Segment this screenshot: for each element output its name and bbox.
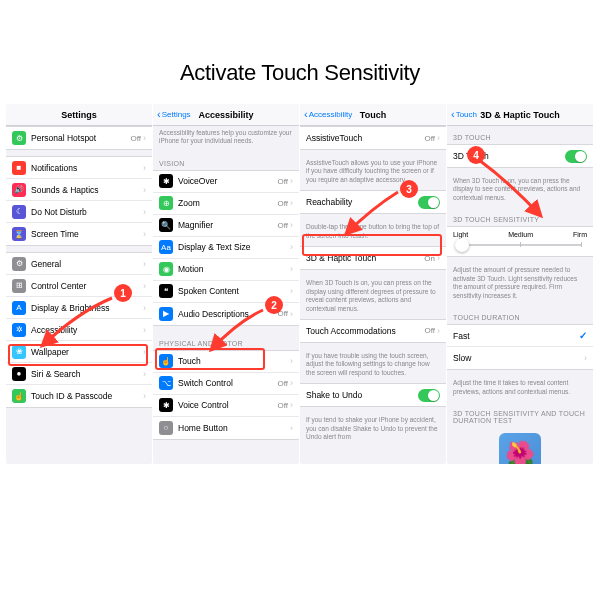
row-label: Screen Time (31, 229, 143, 239)
settings-row[interactable]: ✱Voice ControlOff› (153, 395, 299, 417)
row-label: Reachability (306, 197, 418, 207)
settings-row[interactable]: ■Notifications› (6, 157, 152, 179)
settings-row[interactable]: ⌛Screen Time› (6, 223, 152, 245)
footer: If you tend to shake your iPhone by acci… (300, 413, 446, 447)
chevron-right-icon: › (290, 220, 293, 230)
chevron-right-icon: › (437, 326, 440, 336)
nav-title: Settings (6, 110, 152, 120)
settings-row[interactable]: Shake to Undo (300, 384, 446, 406)
test-image[interactable]: 🌺 (499, 433, 541, 464)
settings-row[interactable]: Reachability (300, 191, 446, 213)
row-label: Touch (178, 356, 290, 366)
settings-row[interactable]: ⌥Switch ControlOff› (153, 373, 299, 395)
row-value: Off (277, 199, 288, 208)
chevron-right-icon: › (143, 259, 146, 269)
settings-row[interactable]: ⚙General› (6, 253, 152, 275)
settings-row[interactable]: 3D & Haptic TouchOn› (300, 247, 446, 269)
settings-row[interactable]: Touch AccommodationsOff› (300, 320, 446, 342)
chevron-right-icon: › (290, 286, 293, 296)
chevron-right-icon: › (143, 347, 146, 357)
row-icon: ⚙ (12, 131, 26, 145)
chevron-right-icon: › (290, 176, 293, 186)
chevron-right-icon: › (143, 133, 146, 143)
row-value: Off (277, 379, 288, 388)
row-label: Slow (453, 353, 584, 363)
back-button[interactable]: ‹Settings (157, 109, 191, 120)
back-button[interactable]: ‹Touch (451, 109, 477, 120)
row-label: Display & Brightness (31, 303, 143, 313)
footer: AssistiveTouch allows you to use your iP… (300, 156, 446, 190)
row-label: VoiceOver (178, 176, 277, 186)
chevron-right-icon: › (143, 229, 146, 239)
settings-row[interactable]: ⊕ZoomOff› (153, 193, 299, 215)
settings-row[interactable]: Fast✓ (447, 325, 593, 347)
footer: When 3D Touch is on, you can press on th… (300, 276, 446, 319)
step-2-badge: 2 (265, 296, 283, 314)
chevron-right-icon: › (584, 353, 587, 363)
screen-touch: ‹Accessibility Touch AssistiveTouchOff›A… (300, 104, 446, 464)
row-label: Fast (453, 331, 579, 341)
row-value: On (424, 254, 435, 263)
check-icon: ✓ (579, 330, 587, 341)
settings-row[interactable]: ❀Wallpaper› (6, 341, 152, 363)
chevron-left-icon: ‹ (304, 109, 308, 120)
row-label: Shake to Undo (306, 390, 418, 400)
sensitivity-slider[interactable] (459, 244, 581, 246)
row-label: Personal Hotspot (31, 133, 130, 143)
row-icon: ✲ (12, 323, 26, 337)
settings-row[interactable]: ☝Touch› (153, 351, 299, 373)
chevron-right-icon: › (437, 253, 440, 263)
toggle-3d-touch[interactable] (565, 150, 587, 163)
row-icon: 🔍 (159, 218, 173, 232)
settings-row[interactable]: ☝Touch ID & Passcode› (6, 385, 152, 407)
settings-row[interactable]: AssistiveTouchOff› (300, 127, 446, 149)
page-title: Activate Touch Sensitivity (0, 60, 600, 86)
row-label: Voice Control (178, 400, 277, 410)
row-icon: A (12, 301, 26, 315)
chevron-right-icon: › (143, 391, 146, 401)
settings-row[interactable]: ○Home Button› (153, 417, 299, 439)
settings-row[interactable]: ADisplay & Brightness› (6, 297, 152, 319)
settings-row[interactable]: AaDisplay & Text Size› (153, 237, 299, 259)
row-icon: ⊞ (12, 279, 26, 293)
settings-row[interactable]: 🔊Sounds & Haptics› (6, 179, 152, 201)
footer: Adjust the amount of pressure needed to … (447, 263, 593, 306)
row-icon: 🔊 (12, 183, 26, 197)
settings-row[interactable]: ⚙Personal HotspotOff› (6, 127, 152, 149)
back-button[interactable]: ‹Accessibility (304, 109, 352, 120)
row-value: Off (277, 177, 288, 186)
chevron-right-icon: › (143, 185, 146, 195)
settings-row[interactable]: ☾Do Not Disturb› (6, 201, 152, 223)
row-icon: ⌥ (159, 376, 173, 390)
settings-row[interactable]: ✲Accessibility› (6, 319, 152, 341)
row-icon: ☾ (12, 205, 26, 219)
settings-row[interactable]: ◉Motion› (153, 259, 299, 281)
footer: Adjust the time it takes to reveal conte… (447, 376, 593, 402)
row-icon: ⊕ (159, 196, 173, 210)
row-label: Touch Accommodations (306, 326, 424, 336)
settings-row[interactable]: 🔍MagnifierOff› (153, 215, 299, 237)
chevron-right-icon: › (143, 281, 146, 291)
toggle[interactable] (418, 389, 440, 402)
navbar: ‹Accessibility Touch (300, 104, 446, 126)
row-icon: ✱ (159, 398, 173, 412)
row-value: Off (130, 134, 141, 143)
settings-row[interactable]: ✱VoiceOverOff› (153, 171, 299, 193)
navbar: ‹Touch 3D & Haptic Touch (447, 104, 593, 126)
row-label: Accessibility (31, 325, 143, 335)
section-duration: TOUCH DURATION (447, 306, 593, 324)
settings-row[interactable]: ●Siri & Search› (6, 363, 152, 385)
footer: If you have trouble using the touch scre… (300, 349, 446, 383)
row-label: AssistiveTouch (306, 133, 424, 143)
slider-knob[interactable] (455, 238, 469, 252)
section-sensitivity: 3D TOUCH SENSITIVITY (447, 208, 593, 226)
chevron-right-icon: › (290, 198, 293, 208)
chevron-right-icon: › (143, 303, 146, 313)
settings-row[interactable]: Slow› (447, 347, 593, 369)
toggle[interactable] (418, 196, 440, 209)
row-icon: ○ (159, 421, 173, 435)
row-label: Audio Descriptions (178, 309, 277, 319)
chevron-right-icon: › (290, 423, 293, 433)
row-value: Off (277, 401, 288, 410)
step-3-badge: 3 (400, 180, 418, 198)
